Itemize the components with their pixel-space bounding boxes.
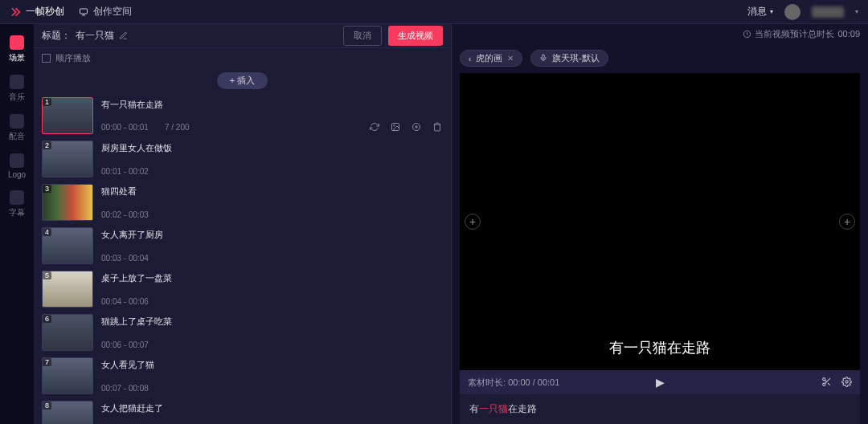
messages-label: 消息 [747,5,767,18]
scene-timerange: 00:06 - 00:07 [101,340,149,349]
scene-row[interactable]: 3猫四处看00:02 - 00:03 [42,181,443,224]
scene-char-count: 7 / 200 [165,123,190,132]
scene-timerange: 00:04 - 00:06 [101,297,149,306]
nav-item-Logo[interactable]: Logo [3,149,31,184]
replace-image-icon[interactable] [390,121,401,132]
scene-number: 4 [43,228,51,236]
scene-icon [10,35,24,50]
scene-title: 女人看见了猫 [101,359,443,371]
scene-title: 桌子上放了一盘菜 [101,272,443,284]
duration-value: 00:09 [837,29,860,39]
avatar[interactable] [784,4,800,20]
workspace-link[interactable]: 创作空间 [79,5,132,18]
monitor-icon [79,7,88,17]
sequential-play-label: 顺序播放 [55,52,91,64]
chevron-down-icon[interactable]: ▾ [855,8,858,15]
scene-number: 7 [43,358,51,366]
play-button[interactable]: ▶ [656,376,665,389]
project-title[interactable]: 标题：有一只猫 [42,29,128,43]
svg-rect-5 [542,54,545,58]
scene-list[interactable]: 1有一只猫在走路00:00 - 00:017 / 2002厨房里女人在做饭00:… [34,94,451,424]
tag-label: 旗天琪-默认 [552,52,600,64]
scene-number: 8 [43,402,51,410]
messages-link[interactable]: 消息 ▾ [747,5,773,18]
subtitle-icon [10,190,24,205]
scene-number: 1 [43,98,51,106]
nav-label: Logo [8,170,26,179]
svg-point-2 [394,125,395,127]
cancel-button[interactable]: 取消 [343,26,382,46]
scene-row[interactable]: 4女人离开了厨房00:03 - 00:04 [42,224,443,267]
scene-timerange: 00:01 - 00:02 [101,167,149,176]
scene-title: 有一只猫在走路 [101,99,443,111]
app-logo[interactable]: 一帧秒创 [10,5,64,18]
edit-icon[interactable] [119,31,128,40]
nav-item-配音[interactable]: 配音 [3,109,31,147]
scene-number: 3 [43,185,51,193]
scene-row[interactable]: 8女人把猫赶走了 [42,398,443,424]
title-label: 标题： [42,29,71,43]
nav-label: 配音 [9,131,25,142]
tag-row: ‹虎的画✕旗天琪-默认 [452,43,868,73]
chevron-down-icon: ▾ [770,8,773,15]
chevron-left-icon: ‹ [469,54,471,63]
refresh-icon[interactable] [369,121,380,132]
preview-caption: 有一只猫在走路 [609,338,710,357]
scene-number: 6 [43,315,51,323]
title-value: 有一只猫 [76,29,114,43]
scene-row[interactable]: 7女人看见了猫00:07 - 00:08 [42,354,443,398]
app-name: 一帧秒创 [26,5,64,18]
nav-label: 场景 [9,52,25,63]
insert-scene-button[interactable]: + 插入 [217,72,268,89]
scene-title: 猫四处看 [101,186,443,198]
tag[interactable]: ‹虎的画✕ [460,50,522,67]
scene-number: 5 [43,271,51,279]
mic-icon [539,54,547,63]
scene-number: 2 [43,141,51,149]
nav-item-场景[interactable]: 场景 [3,31,31,68]
subtitle-editor[interactable]: 有一只猫在走路 [460,394,860,424]
music-icon [10,75,24,89]
logo-icon [10,6,21,18]
delete-icon[interactable] [432,121,443,132]
generate-video-button[interactable]: 生成视频 [388,26,443,46]
scene-title: 女人离开了厨房 [101,229,443,241]
scene-row[interactable]: 6猫跳上了桌子吃菜00:06 - 00:07 [42,311,443,354]
voice-icon [10,114,24,128]
svg-point-7 [823,383,825,385]
username [812,6,844,18]
nav-label: 音乐 [9,92,25,103]
prev-scene-button[interactable]: + [465,214,481,230]
svg-point-6 [823,377,825,380]
scene-row[interactable]: 1有一只猫在走路00:00 - 00:017 / 200 [42,94,443,137]
duration-label: 当前视频预计总时长 [755,28,834,40]
player-bar: 素材时长: 00:00 / 00:01 ▶ [460,370,860,394]
topbar: 一帧秒创 创作空间 消息 ▾ ▾ [0,0,868,24]
svg-rect-0 [80,9,88,14]
tag-label: 虎的画 [476,52,502,64]
workspace-label: 创作空间 [93,5,132,18]
scene-row[interactable]: 5桌子上放了一盘菜00:04 - 00:06 [42,267,443,311]
side-nav: 场景音乐配音Logo字幕 [0,24,34,424]
tag[interactable]: 旗天琪-默认 [530,50,608,67]
scene-timerange: 00:02 - 00:03 [101,210,149,219]
sequential-play-checkbox[interactable] [42,54,51,63]
nav-item-字幕[interactable]: 字幕 [3,186,31,223]
close-icon[interactable]: ✕ [507,54,514,63]
scene-row[interactable]: 2厨房里女人在做饭00:01 - 00:02 [42,137,443,181]
scene-title: 厨房里女人在做饭 [101,142,443,154]
scene-title: 猫跳上了桌子吃菜 [101,316,443,328]
add-icon[interactable] [411,121,422,132]
video-preview[interactable]: + + 有一只猫在走路 [460,73,860,370]
settings-icon[interactable] [841,377,852,389]
material-duration: 素材时长: 00:00 / 00:01 [468,377,559,389]
cut-icon[interactable] [821,377,832,389]
scene-timerange: 00:07 - 00:08 [101,384,149,393]
preview-panel: 当前视频预计总时长 00:09 ‹虎的画✕旗天琪-默认 + + 有一只猫在走路 … [452,24,868,424]
nav-item-音乐[interactable]: 音乐 [3,70,31,108]
logo-icon [10,153,24,168]
next-scene-button[interactable]: + [839,214,855,230]
clock-icon [743,30,751,39]
scene-timerange: 00:03 - 00:04 [101,254,149,263]
nav-label: 字幕 [9,207,25,218]
